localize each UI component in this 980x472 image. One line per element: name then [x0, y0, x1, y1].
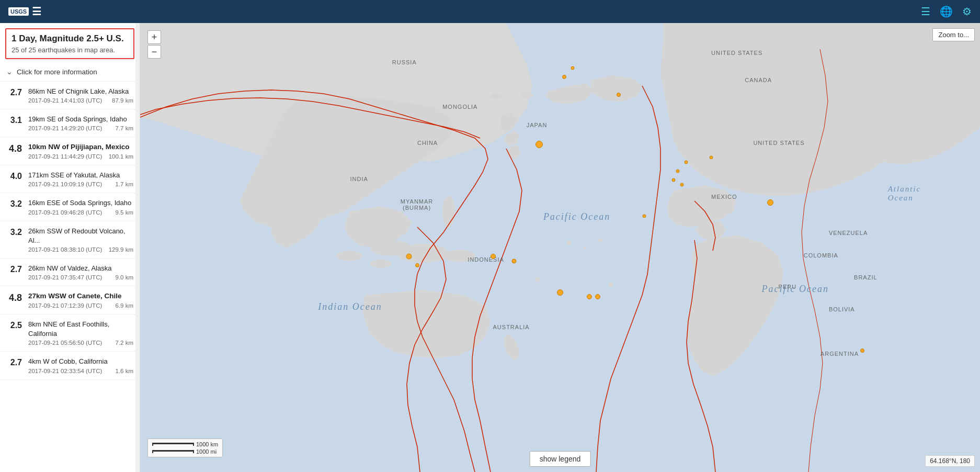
svg-point-11	[567, 241, 571, 245]
earthquake-details: 171km SSE of Yakutat, Alaska2017-09-21 1…	[28, 171, 133, 187]
earthquake-depth: 9.5 km	[115, 209, 133, 216]
earthquake-magnitude: 3.2	[6, 228, 22, 237]
earthquake-magnitude: 2.7	[6, 265, 22, 274]
earthquake-list-item[interactable]: 3.119km SE of Soda Springs, Idaho2017-09…	[0, 109, 140, 137]
earthquake-list-item[interactable]: 4.0171km SSE of Yakutat, Alaska2017-09-2…	[0, 165, 140, 193]
earthquake-time: 2017-09-21 11:44:29 (UTC)	[28, 153, 102, 160]
svg-point-8	[551, 91, 566, 97]
earthquake-details: 8km NNE of East Foothills, California201…	[28, 320, 133, 346]
earthquake-meta: 2017-09-21 10:09:19 (UTC)1.7 km	[28, 181, 133, 187]
zoom-in-button[interactable]: +	[147, 30, 161, 44]
earthquake-time: 2017-09-21 09:46:28 (UTC)	[28, 209, 102, 216]
earthquake-details: 16km ESE of Soda Springs, Idaho2017-09-2…	[28, 198, 133, 215]
earthquake-location: 8km NNE of East Foothills, California	[28, 320, 133, 339]
header-logo: USGS ☰	[8, 5, 41, 18]
scale-bar: 1000 km 1000 mi	[147, 439, 223, 457]
svg-point-13	[598, 238, 602, 242]
earthquake-list-item[interactable]: 4.810km NW of Pijijiapan, Mexico2017-09-…	[0, 137, 140, 165]
svg-point-6	[442, 196, 455, 227]
svg-point-12	[583, 246, 586, 250]
svg-point-2	[396, 244, 449, 263]
earthquake-details: 27km WSW of Canete, Chile2017-09-21 07:1…	[28, 291, 133, 309]
earthquake-time: 2017-09-21 07:35:47 (UTC)	[28, 274, 102, 280]
earthquake-location: 26km SSW of Redoubt Volcano, Al...	[28, 227, 133, 245]
earthquake-time: 2017-09-21 10:09:19 (UTC)	[28, 181, 102, 187]
svg-point-14	[535, 277, 540, 282]
map-svg	[140, 23, 980, 472]
earthquake-location: 10km NW of Pijijiapan, Mexico	[28, 142, 133, 152]
earthquake-list-item[interactable]: 2.726km NW of Valdez, Alaska2017-09-21 0…	[0, 259, 140, 286]
earthquake-meta: 2017-09-21 09:46:28 (UTC)9.5 km	[28, 209, 133, 216]
earthquake-meta: 2017-09-21 11:44:29 (UTC)100.1 km	[28, 153, 133, 160]
earthquake-time: 2017-09-21 05:56:50 (UTC)	[28, 340, 102, 346]
earthquake-depth: 87.9 km	[112, 97, 133, 104]
earthquake-list-item[interactable]: 2.58km NNE of East Foothills, California…	[0, 314, 140, 352]
sidebar: 1 Day, Magnitude 2.5+ U.S. 25 of 25 eart…	[0, 23, 140, 472]
globe-icon[interactable]: 🌐	[940, 5, 953, 18]
svg-point-10	[491, 94, 501, 99]
earthquake-list-item[interactable]: 3.216km ESE of Soda Springs, Idaho2017-0…	[0, 193, 140, 221]
earthquake-list-item[interactable]: 2.786km NE of Chignik Lake, Alaska2017-0…	[0, 82, 140, 109]
earthquake-meta: 2017-09-21 02:33:54 (UTC)1.6 km	[28, 368, 133, 374]
more-info-row[interactable]: ⌄ Click for more information	[0, 62, 140, 82]
earthquake-location: 16km ESE of Soda Springs, Idaho	[28, 198, 133, 208]
map-container[interactable]: + − Zoom to... Pacific Ocean Pacific Oce…	[140, 23, 980, 472]
earthquake-location: 27km WSW of Canete, Chile	[28, 291, 133, 301]
earthquake-depth: 6.9 km	[115, 302, 133, 309]
earthquake-magnitude: 4.8	[6, 143, 22, 154]
menu-list-icon[interactable]: ☰	[921, 5, 930, 18]
earthquake-list: 2.786km NE of Chignik Lake, Alaska2017-0…	[0, 82, 140, 380]
earthquake-details: 10km NW of Pijijiapan, Mexico2017-09-21 …	[28, 142, 133, 160]
zoom-to-button[interactable]: Zoom to...	[932, 28, 975, 41]
earthquake-location: 4km W of Cobb, California	[28, 357, 133, 366]
earthquake-meta: 2017-09-21 14:29:20 (UTC)7.7 km	[28, 125, 133, 131]
earthquake-magnitude: 3.2	[6, 199, 22, 209]
chevron-down-icon: ⌄	[6, 68, 13, 76]
usgs-logo-icon: USGS	[8, 7, 29, 16]
earthquake-time: 2017-09-21 02:33:54 (UTC)	[28, 368, 102, 374]
earthquake-list-item[interactable]: 4.827km WSW of Canete, Chile2017-09-21 0…	[0, 286, 140, 314]
earthquake-meta: 2017-09-21 08:38:10 (UTC)129.9 km	[28, 246, 133, 253]
earthquake-magnitude: 2.5	[6, 321, 22, 330]
earthquake-location: 19km SE of Soda Springs, Idaho	[28, 115, 133, 124]
main-layout: 1 Day, Magnitude 2.5+ U.S. 25 of 25 eart…	[0, 23, 980, 472]
svg-point-3	[443, 250, 475, 262]
earthquake-time: 2017-09-21 07:12:39 (UTC)	[28, 302, 102, 309]
header: USGS ☰ ☰ 🌐 ⚙	[0, 0, 980, 23]
show-legend-button[interactable]: show legend	[530, 451, 591, 467]
earthquake-magnitude: 2.7	[6, 88, 22, 97]
scale-mi-label: 1000 mi	[196, 448, 216, 455]
zoom-out-button[interactable]: −	[147, 45, 161, 59]
scale-km-label: 1000 km	[196, 441, 218, 447]
earthquake-depth: 100.1 km	[109, 153, 133, 160]
earthquake-details: 19km SE of Soda Springs, Idaho2017-09-21…	[28, 115, 133, 131]
earthquake-time: 2017-09-21 08:38:10 (UTC)	[28, 246, 102, 253]
more-info-label: Click for more information	[17, 68, 97, 76]
svg-point-5	[370, 260, 391, 268]
sidebar-title-box: 1 Day, Magnitude 2.5+ U.S. 25 of 25 eart…	[5, 28, 134, 59]
earthquake-meta: 2017-09-21 05:56:50 (UTC)7.2 km	[28, 340, 133, 346]
coordinates-display: 64.168°N, 180	[925, 455, 975, 467]
sidebar-title: 1 Day, Magnitude 2.5+ U.S.	[12, 33, 128, 44]
hamburger-icon[interactable]: ☰	[32, 5, 41, 18]
earthquake-depth: 9.0 km	[115, 274, 133, 280]
earthquake-time: 2017-09-21 14:41:03 (UTC)	[28, 97, 102, 104]
settings-icon[interactable]: ⚙	[962, 5, 972, 18]
earthquake-location: 86km NE of Chignik Lake, Alaska	[28, 87, 133, 96]
earthquake-time: 2017-09-21 14:29:20 (UTC)	[28, 125, 102, 131]
svg-point-9	[521, 93, 533, 98]
svg-point-4	[336, 251, 362, 261]
earthquake-details: 86km NE of Chignik Lake, Alaska2017-09-2…	[28, 87, 133, 104]
earthquake-depth: 7.7 km	[115, 125, 133, 131]
earthquake-depth: 1.6 km	[115, 368, 133, 374]
earthquake-list-item[interactable]: 2.74km W of Cobb, California2017-09-21 0…	[0, 352, 140, 379]
earthquake-magnitude: 4.0	[6, 172, 22, 181]
earthquake-meta: 2017-09-21 07:12:39 (UTC)6.9 km	[28, 302, 133, 309]
earthquake-magnitude: 3.1	[6, 116, 22, 125]
earthquake-details: 4km W of Cobb, California2017-09-21 02:3…	[28, 357, 133, 374]
header-icons: ☰ 🌐 ⚙	[921, 5, 972, 18]
earthquake-location: 26km NW of Valdez, Alaska	[28, 264, 133, 273]
earthquake-list-item[interactable]: 3.226km SSW of Redoubt Volcano, Al...201…	[0, 221, 140, 259]
earthquake-meta: 2017-09-21 14:41:03 (UTC)87.9 km	[28, 97, 133, 104]
svg-point-15	[609, 283, 613, 287]
